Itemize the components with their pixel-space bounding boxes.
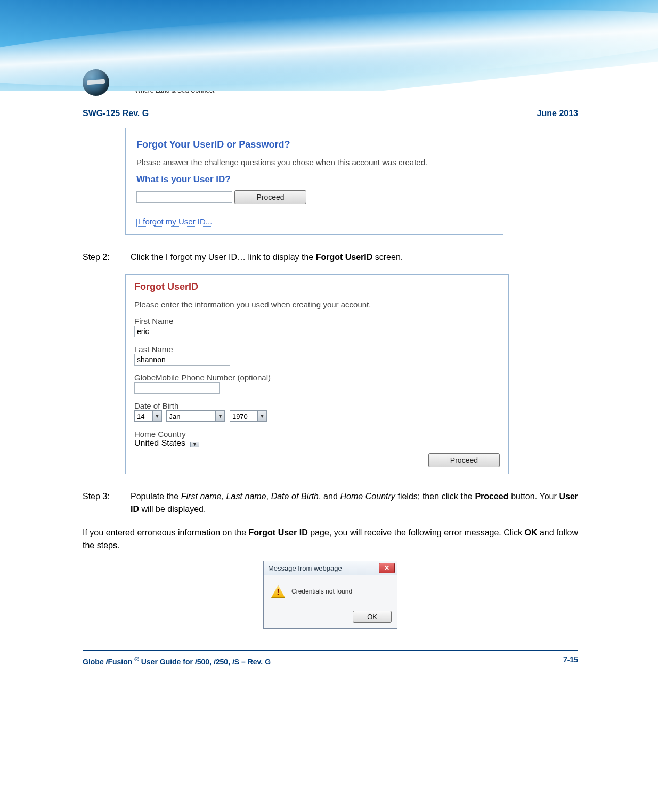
step-label: Step 2: [83,251,131,264]
proceed-button[interactable]: Proceed [428,453,500,467]
step-2: Step 2: Click the I forgot my User ID… l… [83,251,578,264]
dob-year-select[interactable]: 1970 ▼ [230,410,267,422]
user-id-question: What is your User ID? [136,174,492,185]
footer-left: Globe iFusion ® User Guide for i500, i25… [83,655,271,666]
warning-icon: ! [271,585,285,598]
first-name-input[interactable]: eric [134,326,230,337]
close-icon: ✕ [384,564,389,572]
proceed-button[interactable]: Proceed [234,190,306,204]
chevron-down-icon: ▼ [215,411,224,421]
close-button[interactable]: ✕ [379,563,395,573]
home-country-select[interactable]: United States ▼ [134,439,199,448]
chevron-down-icon: ▼ [257,411,266,421]
dob-month-select[interactable]: Jan ▼ [166,410,225,422]
page-footer: Globe iFusion ® User Guide for i500, i25… [83,655,578,666]
doc-date: June 2013 [537,109,578,118]
step-3: Step 3: Populate the First name, Last na… [83,490,578,516]
dob-day-select[interactable]: 14 ▼ [134,410,162,422]
doc-id: SWG-125 Rev. G [83,109,149,118]
panel-heading: Forgot Your UserID or Password? [136,139,492,150]
error-paragraph: If you entered erroneous information on … [83,526,578,552]
dob-label: Date of Birth [134,401,500,410]
step2-link-text: the I forgot my User ID… [151,253,246,262]
step-label: Step 3: [83,490,131,516]
phone-label: GlobeMobile Phone Number (optional) [134,373,500,382]
chevron-down-icon: ▼ [190,442,199,447]
dialog-title: Message from webpage [268,564,342,572]
footer-rule [83,650,578,651]
last-name-label: Last Name [134,345,500,354]
page-number: 7-15 [563,655,578,666]
phone-input[interactable] [134,382,220,394]
chevron-down-icon: ▼ [152,411,161,421]
forgot-user-id-link[interactable]: I forgot my User ID... [136,216,214,227]
last-name-input[interactable]: shannon [134,354,230,366]
panel-heading: Forgot UserID [134,281,500,293]
dialog-message: Credentials not found [291,588,352,595]
home-country-label: Home Country [134,429,500,439]
ok-button[interactable]: OK [353,611,392,623]
first-name-label: First Name [134,316,500,326]
user-id-input[interactable] [136,191,232,203]
forgot-credentials-panel: Forgot Your UserID or Password? Please a… [125,128,503,235]
panel-instruction: Please enter the information you used wh… [134,300,500,309]
forgot-userid-panel: Forgot UserID Please enter the informati… [125,274,509,474]
globe-icon [83,69,109,96]
document-header: SWG-125 Rev. G June 2013 [83,109,578,118]
error-dialog: Message from webpage ✕ ! Credentials not… [263,561,397,629]
panel-instruction: Please answer the challenge questions yo… [136,158,492,167]
